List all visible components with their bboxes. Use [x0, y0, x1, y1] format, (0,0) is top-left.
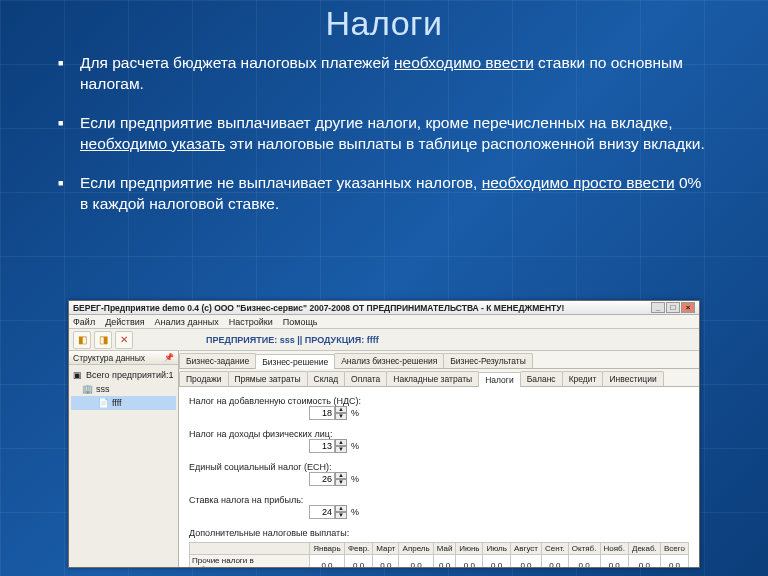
spin-down[interactable]: ▼ — [335, 479, 347, 486]
text: Если предприятие выплачивает другие нало… — [80, 114, 673, 131]
tree-node-product[interactable]: 📄 ffff — [71, 396, 176, 410]
month-col: Январь — [310, 543, 345, 555]
tab-sales[interactable]: Продажи — [179, 371, 229, 386]
tab-solution-analysis[interactable]: Анализ бизнес-решения — [334, 353, 444, 368]
tab-direct-costs[interactable]: Прямые затраты — [228, 371, 308, 386]
text: Если предприятие не выплачивает указанны… — [80, 174, 482, 191]
pin-icon[interactable]: 📌 — [164, 351, 174, 365]
grid-cell[interactable]: 0,0 — [399, 555, 434, 568]
tax-esn-input[interactable] — [309, 472, 335, 486]
month-col: Май — [433, 543, 455, 555]
month-col: Апрель — [399, 543, 434, 555]
text-underlined: необходимо указать — [80, 135, 225, 152]
grid-cell[interactable]: 0,0 — [373, 555, 399, 568]
tax-profit-input[interactable] — [309, 505, 335, 519]
month-col: Июль — [483, 543, 510, 555]
tab-overhead[interactable]: Накладные затраты — [386, 371, 479, 386]
percent-sign: % — [351, 441, 359, 451]
extra-taxes-label: Дополнительные налоговые выплаты: — [189, 528, 689, 538]
spin-down[interactable]: ▼ — [335, 512, 347, 519]
tabs-level1: Бизнес-задание Бизнес-решение Анализ биз… — [179, 351, 699, 369]
enterprise-icon: 🏢 — [81, 383, 93, 395]
spin-down[interactable]: ▼ — [335, 446, 347, 453]
tab-warehouse[interactable]: Склад — [307, 371, 346, 386]
tab-business-results[interactable]: Бизнес-Результаты — [443, 353, 533, 368]
grid-cell[interactable]: 0,0 — [600, 555, 628, 568]
month-col: Всего — [660, 543, 688, 555]
month-col: Июнь — [456, 543, 483, 555]
grid-cell[interactable]: 0,0 — [568, 555, 600, 568]
tax-esn-label: Единый социальный налог (ЕСН): — [189, 462, 689, 472]
month-col: Октяб. — [568, 543, 600, 555]
grid-cell[interactable]: 0,0 — [456, 555, 483, 568]
menu-analysis[interactable]: Анализ данных — [155, 315, 219, 328]
menu-file[interactable]: Файл — [73, 315, 95, 328]
tab-business-solution[interactable]: Бизнес-решение — [255, 354, 335, 369]
grid-cell[interactable]: 0,0 — [433, 555, 455, 568]
tax-income-label: Налог на доходы физических лиц: — [189, 429, 689, 439]
app-window: БЕРЕГ-Предприятие demo 0.4 (c) ООО "Бизн… — [68, 300, 700, 568]
month-col: Декаб. — [628, 543, 660, 555]
grid-cell[interactable]: 0,0 — [483, 555, 510, 568]
grid-cell[interactable]: 0,0 — [344, 555, 372, 568]
grid-row-label: Прочие налоги в себестоимост — [190, 555, 310, 568]
tab-business-task[interactable]: Бизнес-задание — [179, 353, 256, 368]
tab-credit[interactable]: Кредит — [562, 371, 604, 386]
tax-vat-input[interactable] — [309, 406, 335, 420]
percent-sign: % — [351, 408, 359, 418]
window-buttons: _ □ × — [651, 302, 695, 313]
tax-content: Налог на добавленную стоимость (НДС): ▲▼… — [179, 387, 699, 567]
product-icon: 📄 — [97, 397, 109, 409]
text: эти налоговые выплаты в таблице располож… — [225, 135, 705, 152]
bullet-list: Для расчета бюджета налоговых платежей н… — [0, 53, 768, 215]
tree-label: sss — [96, 384, 110, 394]
grid-data-row: Прочие налоги в себестоимост 0,0 0,0 0,0… — [190, 555, 689, 568]
tab-investments[interactable]: Инвестиции — [602, 371, 663, 386]
close-button[interactable]: × — [681, 302, 695, 313]
spin-up[interactable]: ▲ — [335, 472, 347, 479]
sidebar: Структура данных 📌 ▣ Всего предприятий:1… — [69, 351, 179, 567]
tab-balance[interactable]: Баланс — [520, 371, 563, 386]
tax-vat-label: Налог на добавленную стоимость (НДС): — [189, 396, 689, 406]
tree-label: ffff — [112, 398, 122, 408]
folder-icon: ▣ — [71, 369, 83, 381]
sidebar-header: Структура данных 📌 — [69, 351, 178, 365]
spin-down[interactable]: ▼ — [335, 413, 347, 420]
grid-cell[interactable]: 0,0 — [310, 555, 345, 568]
titlebar: БЕРЕГ-Предприятие demo 0.4 (c) ООО "Бизн… — [69, 301, 699, 315]
tree-root[interactable]: ▣ Всего предприятий:1 — [71, 368, 176, 382]
bullet-1: Для расчета бюджета налоговых платежей н… — [80, 53, 708, 95]
tree-node-enterprise[interactable]: 🏢 sss — [71, 382, 176, 396]
month-col: Март — [373, 543, 399, 555]
grid-cell[interactable]: 0,0 — [660, 555, 688, 568]
bullet-3: Если предприятие не выплачивает указанны… — [80, 173, 708, 215]
minimize-button[interactable]: _ — [651, 302, 665, 313]
toolbar: ◧ ◨ ✕ ПРЕДПРИЯТИЕ: sss || ПРОДУКЦИЯ: fff… — [69, 329, 699, 351]
maximize-button[interactable]: □ — [666, 302, 680, 313]
tax-income-input[interactable] — [309, 439, 335, 453]
menu-settings[interactable]: Настройки — [229, 315, 273, 328]
spin-up[interactable]: ▲ — [335, 439, 347, 446]
tabs-level2: Продажи Прямые затраты Склад Оплата Накл… — [179, 369, 699, 387]
month-col: Февр. — [344, 543, 372, 555]
spin-up[interactable]: ▲ — [335, 406, 347, 413]
tax-profit-label: Ставка налога на прибыль: — [189, 495, 689, 505]
tab-taxes[interactable]: Налоги — [478, 372, 521, 387]
tree: ▣ Всего предприятий:1 🏢 sss 📄 ffff — [69, 365, 178, 567]
menu-help[interactable]: Помощь — [283, 315, 318, 328]
grid-corner — [190, 543, 310, 555]
grid-cell[interactable]: 0,0 — [510, 555, 541, 568]
toolbar-btn-1[interactable]: ◧ — [73, 331, 91, 349]
spin-up[interactable]: ▲ — [335, 505, 347, 512]
grid-cell[interactable]: 0,0 — [542, 555, 569, 568]
toolbar-btn-delete[interactable]: ✕ — [115, 331, 133, 349]
menu-actions[interactable]: Действия — [105, 315, 144, 328]
window-title: БЕРЕГ-Предприятие demo 0.4 (c) ООО "Бизн… — [73, 301, 564, 315]
toolbar-btn-2[interactable]: ◨ — [94, 331, 112, 349]
text: Для расчета бюджета налоговых платежей — [80, 54, 394, 71]
enterprise-label: ПРЕДПРИЯТИЕ: sss || ПРОДУКЦИЯ: ffff — [206, 335, 379, 345]
tab-payment[interactable]: Оплата — [344, 371, 387, 386]
grid-cell[interactable]: 0,0 — [628, 555, 660, 568]
slide-title: Налоги — [0, 0, 768, 43]
menubar: Файл Действия Анализ данных Настройки По… — [69, 315, 699, 329]
